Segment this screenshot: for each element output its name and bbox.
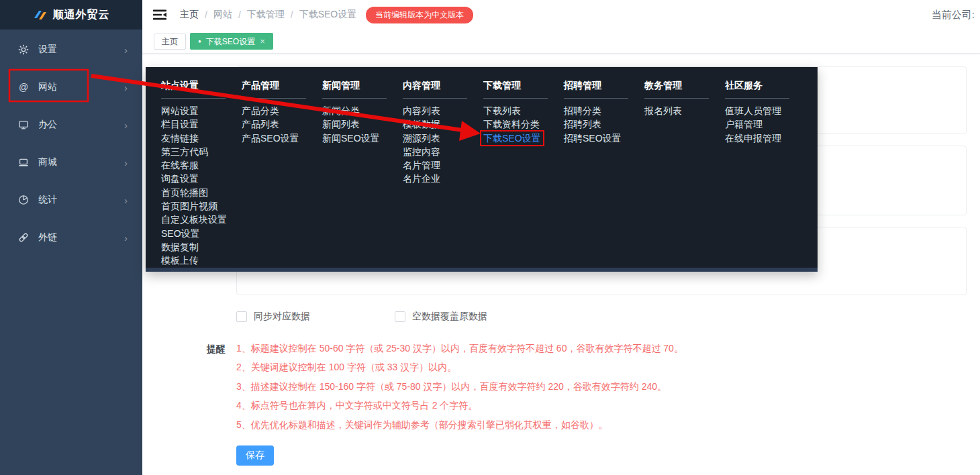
sidebar-item-label: 办公 [38,119,57,131]
menu-item[interactable]: 友情链接 [161,131,242,145]
breadcrumb-website[interactable]: 网站 [213,9,232,21]
menu-item[interactable]: 产品SEO设置 [242,131,322,145]
menu-item[interactable]: 栏目设置 [161,117,242,131]
menu-item[interactable]: 模板数据 [403,117,483,131]
version-badge: 当前编辑版本为中文版本 [366,7,473,23]
menu-item[interactable]: 新闻分类 [322,104,403,117]
menu-item[interactable]: 询盘设置 [161,172,242,185]
sidebar-item-settings[interactable]: 设置 › [0,31,142,68]
divider [483,98,548,99]
sidebar-item-label: 商城 [38,156,57,168]
menu-column-title: 产品管理 [242,78,322,92]
menu-item[interactable]: 名片管理 [403,158,483,172]
menu-item[interactable]: 第三方代码 [161,145,242,158]
menu-item[interactable]: 首页图片视频 [161,199,242,213]
chevron-right-icon: › [124,120,128,130]
divider [242,98,306,99]
menu-item[interactable]: SEO设置 [161,227,242,240]
menu-item[interactable]: 招聘SEO设置 [564,131,644,145]
tab-download-seo-settings[interactable]: ● 下载SEO设置 × [190,33,273,50]
sidebar-fold-icon[interactable] [153,9,166,20]
menu-item[interactable]: 网站设置 [161,104,242,117]
logo[interactable]: 顺通外贸云 [0,0,142,30]
reminder-line: 3、描述建议控制在 150-160 字符（或 75-80 汉字）以内，百度有效字… [236,377,683,396]
link-icon [17,232,30,243]
menu-item[interactable]: 值班人员管理 [725,104,805,117]
menu-item[interactable]: 下载资料分类 [483,117,564,131]
save-button[interactable]: 保存 [236,445,274,466]
checkbox-label: 空数据覆盖原数据 [412,311,487,323]
menu-item[interactable]: 溯源列表 [403,131,483,145]
menu-item[interactable]: 首页轮播图 [161,186,242,199]
menu-column-title: 招聘管理 [564,78,644,92]
menu-item[interactable]: 报名列表 [644,104,725,117]
menu-item-download-seo-settings[interactable]: 下载SEO设置 [481,131,543,145]
menu-item[interactable]: 招聘列表 [564,117,644,131]
reminder-line: 2、关键词建议控制在 100 字符（或 33 汉字）以内。 [236,358,683,376]
chevron-right-icon: › [124,158,128,168]
menu-column-download-management: 下载管理 下载列表 下载资料分类 下载SEO设置 [483,78,564,268]
reminder-line: 1、标题建议控制在 50-60 字符（或 25-30 汉字）以内，百度有效字符不… [236,339,683,358]
menu-column-news-management: 新闻管理 新闻分类 新闻列表 新闻SEO设置 [322,78,403,268]
pie-chart-icon [17,195,30,205]
sidebar-item-website[interactable]: @ 网站 › [0,68,142,106]
menu-item[interactable]: 新闻SEO设置 [322,131,403,145]
divider [725,98,789,99]
breadcrumb: 主页 / 网站 / 下载管理 / 下载SEO设置 [180,9,356,21]
breadcrumb-separator: / [238,9,241,20]
tab-active-label: 下载SEO设置 [206,38,255,46]
sidebar-item-external-links[interactable]: 外链 › [0,219,142,256]
menu-item[interactable]: 在线申报管理 [725,131,805,145]
menu-item[interactable]: 名片企业 [403,172,483,185]
breadcrumb-home[interactable]: 主页 [180,9,199,21]
checkbox-empty-overwrite[interactable]: 空数据覆盖原数据 [395,311,487,323]
menu-item[interactable]: 在线客服 [161,158,242,172]
sidebar-item-label: 统计 [38,194,57,206]
menu-item[interactable]: 招聘分类 [564,104,644,117]
gear-icon [17,44,30,55]
reminder-list: 1、标题建议控制在 50-60 字符（或 25-30 汉字）以内，百度有效字符不… [236,339,683,434]
tab-home[interactable]: 主页 [154,34,186,50]
sidebar-item-label: 网站 [38,81,57,93]
menu-column-title: 教务管理 [644,78,725,92]
sidebar-item-office[interactable]: 办公 › [0,106,142,144]
monitor-icon [17,119,30,130]
menu-item[interactable]: 户籍管理 [725,117,805,131]
reminder-label: 提醒 [207,344,226,356]
sidebar-item-statistics[interactable]: 统计 › [0,181,142,219]
chevron-right-icon: › [124,233,128,243]
menu-column-site-settings: 站点设置 网站设置 栏目设置 友情链接 第三方代码 在线客服 询盘设置 首页轮播… [161,78,242,268]
checkbox[interactable] [236,311,247,322]
sidebar-item-label: 设置 [38,44,57,56]
menu-item[interactable]: 产品分类 [242,104,322,117]
menu-item[interactable]: 自定义板块设置 [161,213,242,226]
menu-column-product-management: 产品管理 产品分类 产品列表 产品SEO设置 [242,78,322,268]
menu-item[interactable]: 模板上传 [161,254,242,267]
divider [322,98,387,99]
shop-icon [17,157,30,168]
menu-item[interactable]: 监控内容 [403,145,483,158]
breadcrumb-download-management[interactable]: 下载管理 [247,9,285,21]
menu-item[interactable]: 产品列表 [242,117,322,131]
menu-item[interactable]: 内容列表 [403,104,483,117]
globe-icon: @ [17,82,30,93]
website-mega-menu: 站点设置 网站设置 栏目设置 友情链接 第三方代码 在线客服 询盘设置 首页轮播… [146,67,818,272]
menu-item[interactable]: 新闻列表 [322,117,403,131]
sidebar-menu: 设置 › @ 网站 › 办公 › 商城 › 统计 › [0,30,142,256]
divider [403,98,467,99]
menu-item[interactable]: 下载列表 [483,104,564,117]
topbar: 主页 / 网站 / 下载管理 / 下载SEO设置 当前编辑版本为中文版本 当前公… [142,0,980,30]
reminder-line: 5、优先优化标题和描述，关键词作为辅助参考（部分搜索引擎已弱化其权重，如谷歌）。 [236,415,683,434]
menu-column-title: 下载管理 [483,78,564,92]
menu-column-title: 站点设置 [161,78,242,92]
tab-bar: 主页 ● 下载SEO设置 × [142,30,980,54]
checkbox[interactable] [395,311,405,322]
breadcrumb-separator: / [205,9,207,20]
brand-logo-icon [33,9,48,21]
checkbox-sync-data[interactable]: 同步对应数据 [236,311,310,323]
menu-item[interactable]: 数据复制 [161,240,242,254]
breadcrumb-separator: / [291,9,293,20]
close-icon[interactable]: × [260,37,265,46]
sidebar-item-mall[interactable]: 商城 › [0,144,142,181]
divider [161,98,226,99]
